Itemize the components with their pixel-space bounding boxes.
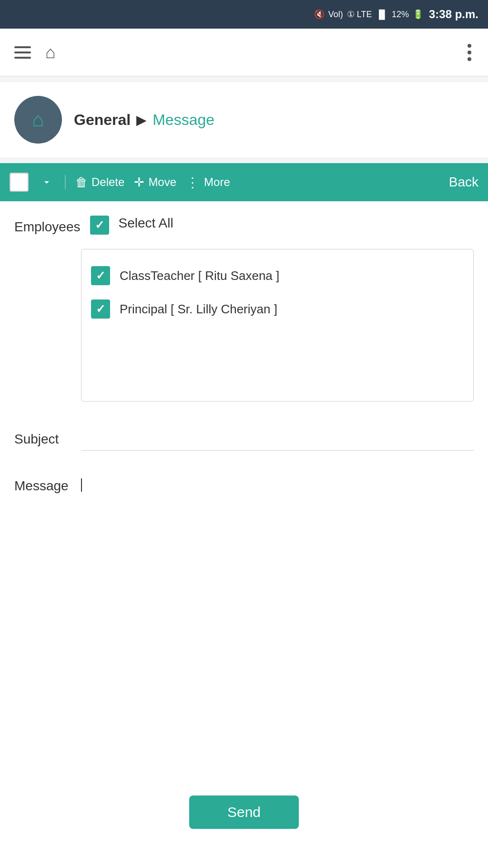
employees-select-all-checkbox[interactable]: ✓ [90, 216, 109, 235]
breadcrumb-arrow: ▶ [136, 112, 147, 128]
hamburger-line-2 [14, 52, 31, 53]
toolbar: 🗑 Delete ✛ Move ⋮ More Back [0, 163, 488, 201]
top-nav-left: ⌂ [14, 42, 56, 62]
subject-label: Subject [14, 428, 71, 447]
status-bar: 🔇 Vol) ① LTE ▐▌ 12% 🔋 3:38 p.m. [0, 0, 488, 29]
more-dots-icon: ⋮ [186, 175, 200, 190]
delete-button[interactable]: 🗑 Delete [75, 175, 124, 190]
home-nav-button[interactable]: ⌂ [45, 42, 56, 62]
top-nav: ⌂ [0, 29, 488, 76]
signal-icon: Vol) [328, 10, 343, 20]
employee-item-2[interactable]: ✓ Principal [ Sr. Lilly Cheriyan ] [91, 292, 464, 326]
trash-icon: 🗑 [75, 175, 88, 190]
back-button[interactable]: Back [449, 175, 478, 190]
dot-2 [468, 51, 471, 54]
dot-1 [468, 44, 471, 48]
message-input[interactable] [82, 478, 474, 765]
breadcrumb-message: Message [152, 111, 214, 129]
lte-icon: ① LTE [347, 9, 372, 20]
employee-list-box: ✓ ClassTeacher [ Ritu Saxena ] ✓ Princip… [81, 249, 474, 402]
employees-label: Employees [14, 219, 81, 235]
subject-input[interactable] [81, 428, 474, 451]
toolbar-checkbox[interactable] [10, 173, 29, 192]
employees-section: Employees ✓ Select All [14, 216, 474, 235]
employee-item-1[interactable]: ✓ ClassTeacher [ Ritu Saxena ] [91, 259, 464, 292]
send-btn-container: Send [14, 781, 474, 843]
employee-2-checkbox[interactable]: ✓ [91, 300, 110, 319]
hamburger-menu-button[interactable] [14, 46, 31, 59]
toolbar-divider-1 [65, 175, 66, 189]
signal-bars-icon: ▐▌ [376, 10, 388, 20]
send-button[interactable]: Send [189, 796, 299, 829]
hamburger-line-3 [14, 57, 31, 59]
delete-label: Delete [92, 176, 124, 189]
breadcrumb-home-icon: ⌂ [32, 108, 44, 131]
move-button[interactable]: ✛ Move [134, 175, 176, 190]
breadcrumb-section: ⌂ General ▶ Message [0, 81, 488, 158]
hamburger-line-1 [14, 46, 31, 48]
dot-3 [468, 57, 471, 61]
employee-1-label: ClassTeacher [ Ritu Saxena ] [120, 269, 279, 283]
employee-2-label: Principal [ Sr. Lilly Cheriyan ] [120, 302, 277, 317]
bluetooth-icon: 🔇 [314, 9, 325, 20]
breadcrumb-home-circle: ⌂ [14, 96, 62, 144]
breadcrumb: General ▶ Message [74, 111, 214, 129]
checkmark-icon: ✓ [96, 302, 105, 316]
more-options-button[interactable] [465, 41, 474, 63]
message-label: Message [14, 475, 71, 494]
more-button[interactable]: ⋮ More [186, 175, 230, 190]
employee-1-checkbox[interactable]: ✓ [91, 266, 110, 285]
status-icons: 🔇 Vol) ① LTE ▐▌ 12% 🔋 [314, 9, 423, 20]
status-time: 3:38 p.m. [429, 8, 478, 21]
subject-row: Subject [14, 421, 474, 458]
battery-icon: 12% [392, 10, 409, 20]
move-label: Move [148, 176, 176, 189]
chevron-down-icon [41, 176, 52, 188]
more-label: More [204, 176, 230, 189]
battery-symbol: 🔋 [413, 9, 423, 20]
toolbar-dropdown-button[interactable] [38, 174, 55, 191]
checkmark-icon: ✓ [95, 218, 104, 232]
main-content: Employees ✓ Select All ✓ ClassTeacher [ … [0, 201, 488, 868]
move-icon: ✛ [134, 175, 144, 190]
breadcrumb-general: General [74, 111, 131, 129]
checkmark-icon: ✓ [96, 269, 105, 282]
select-all-label: Select All [119, 216, 173, 231]
message-row: Message [14, 467, 474, 772]
